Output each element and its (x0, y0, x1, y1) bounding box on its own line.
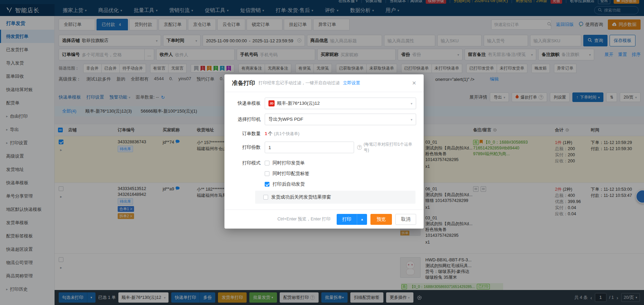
modal-title: 准备打印 (232, 79, 255, 87)
close-icon[interactable]: × (412, 79, 416, 87)
template-label: 快递单模板 (232, 100, 261, 106)
mode-option-label: 打印后自动发货 (273, 181, 305, 187)
mode-checkbox[interactable] (265, 182, 269, 187)
order-count-value: 1 (265, 131, 267, 136)
app-root: 在线客服 ▾ | 切换店铺 | 当前版本：高级版 续费/升级 | 到期时间：20… (0, 0, 644, 305)
printer-select[interactable]: 导出为WPS PDF ▾ (265, 114, 416, 125)
prepare-print-modal: 准备打印 打印经常忘记手动过滤，一键开启自动过滤 立即设置 × 快递单模板 JD… (224, 74, 424, 229)
print-mode-option[interactable]: 打印后自动发货 (265, 179, 309, 189)
waybill-template-select[interactable]: JD 顺丰-新76*130(云)12 ▾ (265, 98, 416, 109)
mode-checkbox[interactable] (263, 195, 268, 200)
chevron-down-icon: ▾ (411, 102, 412, 105)
copies-tip: (每笔订单对应打印1个运单号) (364, 142, 416, 153)
modal-subtitle: 打印经常忘记手动过滤，一键开启自动过滤 (259, 80, 340, 86)
print-mode-option[interactable]: 同时打印发货单 (265, 158, 309, 168)
mode-option-label: 同时打印发货单 (273, 160, 305, 166)
order-count-label: 订单数量 (232, 131, 261, 137)
printer-label: 选择打印机 (232, 116, 261, 122)
setup-now-link[interactable]: 立即设置 (343, 80, 360, 86)
print-mode-label: 打印模式 (232, 160, 261, 166)
mode-checkbox[interactable] (265, 171, 269, 176)
print-button-group[interactable]: 打印 ▲ (337, 214, 367, 225)
mode-option-label: 同时打印配货标签 (273, 171, 309, 177)
chevron-down-icon: ▾ (411, 118, 412, 121)
shortcut-hint: Ctrl+Enter 预览，Enter 打印 (277, 216, 331, 222)
close-result-popup-option[interactable]: 发货成功后关闭发货结果弹窗 (255, 191, 415, 204)
print-button[interactable]: 打印 (337, 214, 357, 225)
cancel-button[interactable]: 取消 (395, 214, 416, 225)
print-mode-options: 同时打印发货单 同时打印配货标签 打印后自动发货 (265, 158, 309, 189)
print-mode-option[interactable]: 同时打印配货标签 (265, 168, 309, 179)
modal-header: 准备打印 打印经常忘记手动过滤，一键开启自动过滤 立即设置 × (224, 74, 424, 92)
order-count-extra: (共1个快递单) (274, 131, 299, 136)
copies-input[interactable] (265, 142, 354, 153)
modal-footer: Ctrl+Enter 预览，Enter 打印 打印 ▲ 预览 取消 (224, 209, 424, 229)
jd-logo-icon: JD (268, 100, 275, 106)
copies-label: 打印份数 (232, 144, 261, 150)
mode-option-label: 发货成功后关闭发货结果弹窗 (271, 194, 331, 200)
help-icon[interactable]: ? (357, 145, 362, 150)
mode-checkbox[interactable] (265, 161, 269, 165)
modal-body: 快递单模板 JD 顺丰-新76*130(云)12 ▾ 选择打印机 导出为WPS … (224, 92, 424, 204)
chevron-up-icon[interactable]: ▲ (357, 214, 367, 225)
preview-button[interactable]: 预览 (370, 214, 392, 225)
